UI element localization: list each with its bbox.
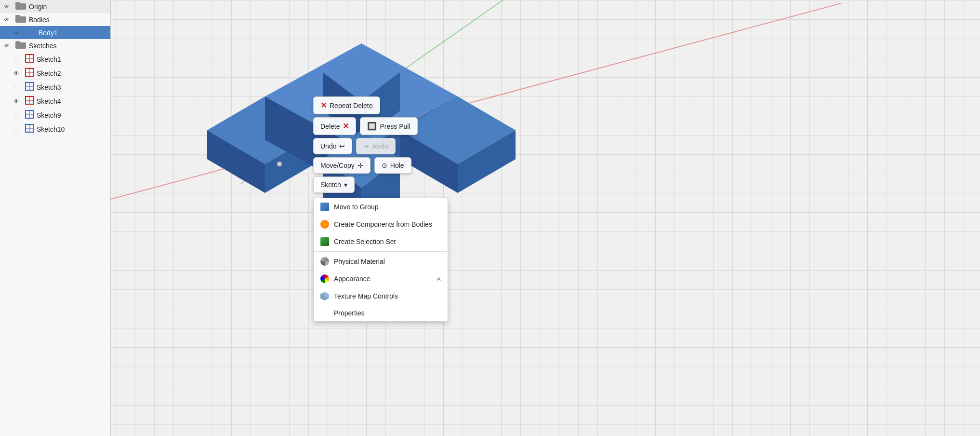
item-icon-bodies bbox=[15, 15, 26, 24]
move-copy-icon: ✛ bbox=[358, 162, 363, 169]
menu-item-create-selection-set[interactable]: Create Selection Set bbox=[314, 233, 448, 250]
properties-label: Properties bbox=[334, 309, 365, 317]
redo-arrow-icon: ↪ bbox=[363, 142, 369, 150]
item-label-origin: Origin bbox=[29, 3, 47, 11]
tree-item-bodies[interactable]: 👁Bodies bbox=[0, 13, 110, 26]
menu-item-properties[interactable]: Properties bbox=[314, 305, 448, 321]
eye-icon-sketches[interactable]: 👁 bbox=[4, 42, 13, 49]
hole-button[interactable]: ⊙ Hole bbox=[374, 157, 411, 174]
press-pull-button[interactable]: 🔲 Press Pull bbox=[360, 117, 417, 135]
movecopy-hole-row: Move/Copy ✛ ⊙ Hole bbox=[313, 157, 418, 174]
tree-item-sketch10[interactable]: ◌Sketch10 bbox=[0, 122, 110, 136]
item-icon-sketch2 bbox=[25, 68, 34, 78]
eye-icon-sketch10[interactable]: ◌ bbox=[13, 126, 22, 133]
menu-item-texture-map-controls[interactable]: Texture Map Controls bbox=[314, 287, 448, 305]
menu-item-physical-material[interactable]: Physical Material bbox=[314, 253, 448, 270]
create-selection-set-label: Create Selection Set bbox=[334, 238, 396, 245]
press-pull-label: Press Pull bbox=[380, 123, 410, 130]
undo-redo-row: Undo ↩ ↪ Redo bbox=[313, 138, 418, 154]
item-label-bodies: Bodies bbox=[29, 16, 50, 24]
sketch-label: Sketch bbox=[320, 181, 341, 189]
menu-item-create-components[interactable]: Create Components from Bodies bbox=[314, 216, 448, 233]
undo-button[interactable]: Undo ↩ bbox=[313, 138, 352, 154]
tree-item-sketches[interactable]: 👁Sketches bbox=[0, 39, 110, 52]
physical-material-icon bbox=[320, 257, 329, 266]
svg-rect-17 bbox=[15, 2, 20, 4]
item-icon-sketch4 bbox=[25, 96, 34, 106]
floating-buttons: ✕ Repeat Delete Delete ✕ 🔲 Press Pull Un… bbox=[313, 96, 418, 196]
svg-rect-22 bbox=[15, 41, 20, 43]
item-icon-sketch3 bbox=[25, 82, 34, 92]
item-label-sketch4: Sketch4 bbox=[37, 97, 61, 105]
item-icon-body1 bbox=[25, 28, 36, 37]
red-x-icon: ✕ bbox=[320, 101, 327, 110]
item-label-sketch9: Sketch9 bbox=[37, 111, 61, 119]
item-icon-sketch1 bbox=[25, 54, 34, 64]
eye-icon-sketch4[interactable]: 👁 bbox=[13, 98, 22, 105]
item-label-sketches: Sketches bbox=[29, 42, 57, 50]
item-icon-sketches bbox=[15, 41, 26, 50]
svg-rect-19 bbox=[15, 15, 20, 17]
item-label-sketch10: Sketch10 bbox=[37, 125, 65, 133]
menu-item-move-to-group[interactable]: Move to Group bbox=[314, 198, 448, 216]
menu-item-appearance[interactable]: Appearance A bbox=[314, 270, 448, 287]
tree-item-origin[interactable]: 👁Origin bbox=[0, 0, 110, 13]
hole-icon: ⊙ bbox=[382, 162, 387, 169]
redo-button[interactable]: ↪ Redo bbox=[356, 138, 395, 154]
tree-item-body1[interactable]: 👁Body1 bbox=[0, 26, 110, 39]
eye-icon-origin[interactable]: 👁 bbox=[4, 3, 13, 10]
move-copy-button[interactable]: Move/Copy ✛ bbox=[313, 157, 371, 174]
eye-icon-sketch3[interactable]: ◌ bbox=[13, 84, 22, 91]
sketch-row: Sketch ▾ bbox=[313, 177, 418, 193]
texture-map-label: Texture Map Controls bbox=[334, 292, 398, 300]
create-selection-set-icon bbox=[320, 237, 329, 246]
repeat-delete-button[interactable]: ✕ Repeat Delete bbox=[313, 96, 380, 114]
left-panel: 👁Origin👁Bodies👁Body1👁Sketches◌Sketch1👁Sk… bbox=[0, 0, 111, 436]
appearance-icon bbox=[320, 274, 329, 283]
create-components-label: Create Components from Bodies bbox=[334, 220, 432, 228]
move-copy-label: Move/Copy bbox=[320, 162, 355, 169]
context-menu: Move to Group Create Components from Bod… bbox=[313, 198, 448, 322]
eye-icon-sketch9[interactable]: ◌ bbox=[13, 112, 22, 119]
physical-material-label: Physical Material bbox=[334, 258, 385, 265]
tree-item-sketch3[interactable]: ◌Sketch3 bbox=[0, 80, 110, 94]
item-icon-origin bbox=[15, 2, 26, 11]
texture-map-icon bbox=[320, 292, 329, 300]
undo-label: Undo bbox=[320, 142, 336, 150]
create-components-icon bbox=[320, 220, 329, 229]
appearance-shortcut: A bbox=[437, 275, 441, 283]
appearance-label: Appearance bbox=[334, 275, 371, 283]
move-to-group-icon bbox=[320, 203, 329, 211]
tree-item-sketch1[interactable]: ◌Sketch1 bbox=[0, 52, 110, 66]
sketch-dropdown-icon: ▾ bbox=[344, 181, 347, 189]
eye-icon-sketch1[interactable]: ◌ bbox=[13, 56, 22, 63]
item-icon-sketch9 bbox=[25, 110, 34, 120]
tree-item-sketch2[interactable]: 👁Sketch2 bbox=[0, 66, 110, 80]
delete-button[interactable]: Delete ✕ bbox=[313, 117, 356, 135]
delete-presspull-row: Delete ✕ 🔲 Press Pull bbox=[313, 117, 418, 135]
repeat-delete-row: ✕ Repeat Delete bbox=[313, 96, 418, 114]
eye-icon-sketch2[interactable]: 👁 bbox=[13, 70, 22, 77]
svg-rect-20 bbox=[25, 29, 36, 35]
press-pull-icon: 🔲 bbox=[367, 122, 377, 131]
hole-label: Hole bbox=[390, 162, 404, 169]
menu-separator-1 bbox=[314, 251, 448, 252]
redo-label: Redo bbox=[372, 142, 388, 150]
delete-label: Delete bbox=[320, 123, 340, 130]
delete-x-icon: ✕ bbox=[343, 122, 349, 131]
eye-icon-bodies[interactable]: 👁 bbox=[4, 16, 13, 23]
repeat-delete-label: Repeat Delete bbox=[330, 102, 373, 109]
sketch-button[interactable]: Sketch ▾ bbox=[313, 177, 355, 193]
item-icon-sketch10 bbox=[25, 124, 34, 134]
item-label-body1: Body1 bbox=[39, 29, 58, 37]
item-label-sketch2: Sketch2 bbox=[37, 69, 61, 77]
tree-item-sketch9[interactable]: ◌Sketch9 bbox=[0, 108, 110, 122]
item-label-sketch3: Sketch3 bbox=[37, 83, 61, 91]
tree-item-sketch4[interactable]: 👁Sketch4 bbox=[0, 94, 110, 108]
undo-arrow-icon: ↩ bbox=[339, 142, 345, 150]
move-to-group-label: Move to Group bbox=[334, 203, 379, 211]
svg-point-15 bbox=[277, 162, 282, 166]
item-label-sketch1: Sketch1 bbox=[37, 55, 61, 63]
eye-icon-body1[interactable]: 👁 bbox=[13, 29, 22, 36]
